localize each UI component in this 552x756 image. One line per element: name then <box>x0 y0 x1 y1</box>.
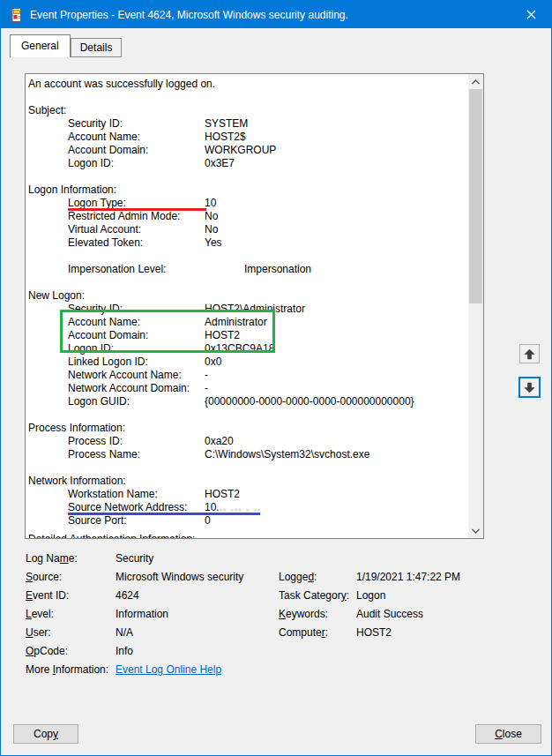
summary-label: Event ID: <box>26 587 116 605</box>
field-row: Source Port: 0 <box>28 514 467 528</box>
field-label: Logon ID: <box>68 342 205 356</box>
field-label: Security ID: <box>68 303 205 316</box>
field-value: HOST2$ <box>205 131 246 144</box>
section-heading-logon-information: Logon Information: <box>28 183 467 197</box>
field-label: Security ID: <box>68 117 205 131</box>
field-label: Network Account Name: <box>68 369 205 382</box>
field-value: Administrator <box>205 316 267 329</box>
summary-value: Microsoft Windows security <box>116 568 279 587</box>
summary-value: HOST2 <box>356 624 537 642</box>
scrollbar-thumb[interactable] <box>469 89 482 303</box>
field-row: Restricted Admin Mode: No <box>28 210 467 223</box>
event-description-text: An account was successfully logged on. S… <box>28 78 467 528</box>
summary-label: More Information: <box>26 661 116 679</box>
event-summary: Log Name: Security Source: Microsoft Win… <box>26 550 537 679</box>
field-label: Logon GUID: <box>68 395 205 408</box>
field-row: Virtual Account: No <box>28 223 467 236</box>
summary-label: Task Category: <box>279 587 356 605</box>
field-value: 10 <box>205 197 216 210</box>
field-value: Impersonation <box>244 263 311 276</box>
field-value: Yes <box>205 236 222 250</box>
summary-label: Keywords: <box>279 605 356 624</box>
section-heading-network-information: Network Information: <box>28 475 467 488</box>
summary-label: Level: <box>26 605 116 624</box>
scrollbar-down-button[interactable] <box>468 523 483 538</box>
summary-label: User: <box>26 624 116 642</box>
section-heading-new-logon: New Logon: <box>28 289 467 303</box>
clipped-next-section-heading: Detailed Authentication Information: <box>28 533 195 538</box>
tab-details[interactable]: Details <box>71 38 123 57</box>
field-label: Impersonation Level: <box>68 263 244 276</box>
redacted-ip-text: .. ... . .. <box>220 501 262 513</box>
summary-label: Logged: <box>279 568 356 587</box>
event-intro: An account was successfully logged on. <box>28 78 467 91</box>
field-row: Security ID: HOST2\Administrator <box>28 303 467 316</box>
field-label: Logon ID: <box>68 157 205 170</box>
summary-label: Log Name: <box>26 550 116 568</box>
tab-strip: General Details <box>10 34 122 57</box>
summary-row: OpCode: Info <box>26 642 537 661</box>
summary-row: User: N/A Computer: HOST2 <box>26 624 537 642</box>
summary-label: OpCode: <box>26 642 116 661</box>
next-event-button[interactable] <box>518 377 541 398</box>
field-value: - <box>205 382 208 395</box>
field-value: 0x3E7 <box>205 157 235 170</box>
field-row: Process Name: C:\Windows\System32\svchos… <box>28 448 467 461</box>
event-properties-window: Event Properties - Event 4624, Microsoft… <box>0 0 552 756</box>
field-row-source-network-address: Source Network Address: 10... ... . .. <box>28 501 467 514</box>
arrow-up-icon <box>524 348 535 360</box>
summary-label: Computer: <box>279 624 356 642</box>
summary-value: N/A <box>116 624 279 642</box>
summary-label <box>279 550 356 568</box>
copy-button[interactable]: Copy <box>13 724 78 744</box>
event-description-box[interactable]: An account was successfully logged on. S… <box>25 73 484 539</box>
vertical-scrollbar[interactable] <box>468 74 483 538</box>
scrollbar-up-button[interactable] <box>468 74 483 89</box>
field-row: Logon GUID: {00000000-0000-0000-0000-000… <box>28 395 467 408</box>
field-row: Logon ID: 0x13CBC9A18 <box>28 342 467 356</box>
field-value: HOST2 <box>205 488 240 501</box>
field-row: Security ID: SYSTEM <box>28 117 467 131</box>
field-value: C:\Windows\System32\svchost.exe <box>205 448 369 461</box>
summary-value: Information <box>116 605 279 624</box>
field-row: Linked Logon ID: 0x0 <box>28 356 467 369</box>
field-label: Account Name: <box>68 316 205 329</box>
summary-value: Logon <box>356 587 537 605</box>
field-value: 0 <box>205 514 211 528</box>
window-close-button[interactable] <box>511 1 551 28</box>
field-row: Account Domain: WORKGROUP <box>28 144 467 157</box>
field-row: Logon ID: 0x3E7 <box>28 157 467 170</box>
field-label: Restricted Admin Mode: <box>68 210 205 223</box>
field-row: Elevated Token: Yes <box>28 236 467 250</box>
field-value: HOST2 <box>205 329 240 342</box>
field-row: Account Domain: HOST2 <box>28 329 467 342</box>
field-label: Process Name: <box>68 448 205 461</box>
summary-value: 1/19/2021 1:47:22 PM <box>356 568 537 587</box>
field-label: Account Domain: <box>68 329 205 342</box>
summary-row-more-information: More Information: Event Log Online Help <box>26 661 537 679</box>
field-value: No <box>205 210 218 223</box>
tab-general[interactable]: General <box>10 34 71 57</box>
field-row-logon-type: Logon Type: 10 <box>28 197 467 210</box>
summary-value: Audit Success <box>356 605 537 624</box>
field-label: Account Name: <box>68 131 205 144</box>
field-row: Network Account Name: - <box>28 369 467 382</box>
event-log-icon <box>9 8 23 22</box>
previous-event-button[interactable] <box>519 344 540 363</box>
summary-row: Log Name: Security <box>26 550 537 568</box>
close-button[interactable]: Close <box>475 724 541 744</box>
summary-value: Security <box>116 550 279 568</box>
field-label: Account Domain: <box>68 144 205 157</box>
field-value: {00000000-0000-0000-0000-000000000000} <box>205 395 414 408</box>
field-value: 0x13CBC9A18 <box>205 342 274 356</box>
summary-value: Info <box>116 642 279 661</box>
chevron-down-icon <box>472 528 480 534</box>
summary-label: Source: <box>26 568 116 587</box>
window-title: Event Properties - Event 4624, Microsoft… <box>30 9 348 21</box>
section-heading-subject: Subject: <box>28 104 467 117</box>
event-log-online-help-link[interactable]: Event Log Online Help <box>116 663 221 676</box>
field-row: Network Account Domain: - <box>28 382 467 395</box>
chevron-up-icon <box>472 79 480 85</box>
field-row: Process ID: 0xa20 <box>28 435 467 448</box>
summary-row: Level: Information Keywords: Audit Succe… <box>26 605 537 624</box>
